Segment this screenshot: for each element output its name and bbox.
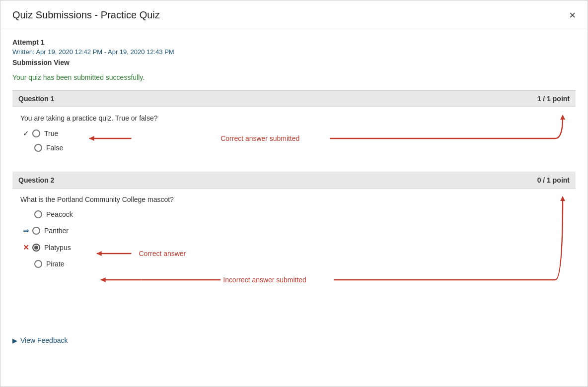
x-mark-icon: ✕ <box>20 243 31 252</box>
submission-view-label: Submission View <box>12 59 576 66</box>
radio-peacock <box>34 210 42 218</box>
question-1-text: You are taking a practice quiz. True or … <box>20 114 568 122</box>
list-item: Peacock <box>20 210 568 218</box>
close-button[interactable]: × <box>569 10 576 21</box>
written-date: Written: Apr 19, 2020 12:42 PM - Apr 19,… <box>12 48 576 56</box>
modal-body: Attempt 1 Written: Apr 19, 2020 12:42 PM… <box>0 28 588 356</box>
list-item: ✕ Platypus <box>20 243 568 252</box>
list-item: Pirate <box>20 260 568 268</box>
question-1-points: 1 / 1 point <box>537 95 570 103</box>
success-message: Your quiz has been submitted successfull… <box>12 73 576 81</box>
question-2-points: 0 / 1 point <box>537 176 570 184</box>
question-2-text: What is the Portland Community College m… <box>20 195 568 203</box>
feedback-arrow-icon: ▶ <box>12 337 17 344</box>
modal-title: Quiz Submissions - Practice Quiz <box>12 9 160 21</box>
option-peacock-label: Peacock <box>46 210 73 218</box>
option-platypus-label: Platypus <box>44 244 71 252</box>
list-item: False <box>20 144 568 152</box>
question-1-options: ✓ True False <box>20 129 568 152</box>
view-feedback-row: ▶ View Feedback <box>12 331 576 346</box>
svg-marker-9 <box>101 277 106 282</box>
question-1-body: You are taking a practice quiz. True or … <box>12 107 576 172</box>
quiz-submissions-modal: Quiz Submissions - Practice Quiz × Attem… <box>0 0 588 387</box>
question-2-block: Question 2 0 / 1 point What is the Portl… <box>12 172 576 327</box>
question-1-label: Question 1 <box>18 95 54 103</box>
option-false-label: False <box>46 144 63 152</box>
svg-text:Incorrect answer submitted: Incorrect answer submitted <box>223 276 306 284</box>
question-2-header: Question 2 0 / 1 point <box>12 172 576 189</box>
question-2-body: What is the Portland Community College m… <box>12 189 576 327</box>
arrow-right-icon: ⇒ <box>20 226 31 235</box>
question-1-header: Question 1 1 / 1 point <box>12 90 576 107</box>
list-item: ✓ True <box>20 129 568 138</box>
option-panther-label: Panther <box>44 227 69 235</box>
question-1-block: Question 1 1 / 1 point You are taking a … <box>12 90 576 172</box>
view-feedback-link[interactable]: View Feedback <box>20 336 68 344</box>
list-item: ⇒ Panther <box>20 226 568 235</box>
modal-header: Quiz Submissions - Practice Quiz × <box>0 0 588 28</box>
radio-platypus <box>32 244 40 252</box>
question-2-label: Question 2 <box>18 176 54 184</box>
radio-false <box>34 144 42 152</box>
radio-pirate <box>34 260 42 268</box>
option-true-label: True <box>44 129 58 137</box>
radio-panther <box>32 227 40 235</box>
radio-true <box>32 129 40 137</box>
attempt-label: Attempt 1 <box>12 38 576 46</box>
option-pirate-label: Pirate <box>46 260 65 268</box>
question-2-options: Peacock ⇒ Panther ✕ Platypus <box>20 210 568 268</box>
checkmark-icon: ✓ <box>20 129 31 138</box>
